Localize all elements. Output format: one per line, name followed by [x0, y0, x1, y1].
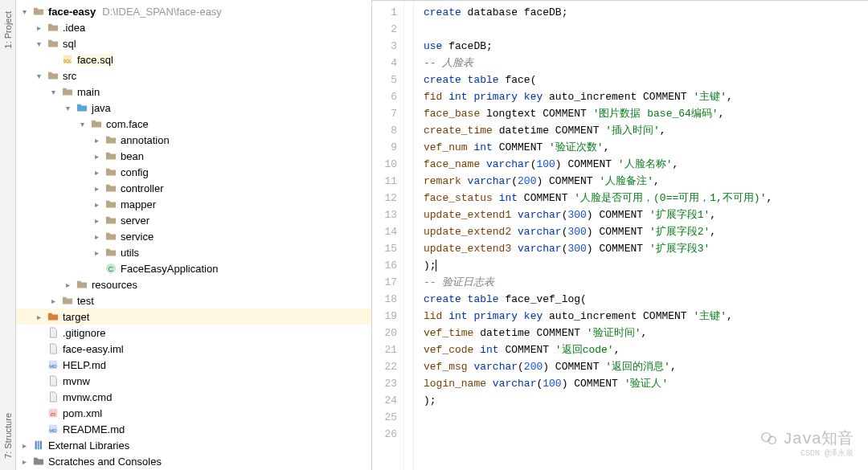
pkg-icon [104, 198, 117, 210]
tree-item[interactable]: ▸mapper [16, 196, 371, 212]
svg-rect-11 [38, 441, 39, 450]
tree-item[interactable]: ▸test [16, 292, 371, 309]
line-gutter: 1234567891011121314151617181920212223242… [372, 1, 404, 470]
code-editor[interactable]: 1234567891011121314151617181920212223242… [372, 1, 868, 470]
tree-item[interactable]: face-easy.iml [16, 341, 371, 357]
mvn-icon: m [47, 407, 59, 419]
md-icon: MD [47, 423, 59, 435]
tree-root[interactable]: ▾face-easyD:\IDEA_SPAN\face-easy [16, 3, 371, 19]
dir-icon [61, 85, 74, 98]
pkg-icon [104, 246, 117, 259]
pkg-icon [90, 117, 103, 130]
tree-item[interactable]: ▸Scratches and Consoles [16, 453, 371, 469]
svg-text:SQL: SQL [63, 59, 72, 63]
code-content[interactable]: create database faceDB; use faceDB;-- 人脸… [414, 1, 772, 470]
cls-icon: C [104, 262, 117, 275]
tool-window-bar: 1: Project 7: Structure [0, 0, 16, 470]
tree-item[interactable]: ▸controller [16, 180, 371, 196]
dir-dot-icon [47, 21, 59, 34]
fold-column[interactable] [404, 1, 414, 470]
project-tree-panel: ▾face-easyD:\IDEA_SPAN\face-easy▸.idea▾s… [16, 0, 372, 470]
pkg-icon [104, 214, 117, 227]
svg-text:MD: MD [49, 363, 57, 369]
pkg-icon [104, 166, 117, 178]
structure-tool-tab[interactable]: 7: Structure [2, 408, 14, 464]
pkg-icon [104, 230, 117, 243]
tree-item[interactable]: ▸External Libraries [16, 437, 371, 453]
tree-item[interactable]: ▸.idea [16, 19, 371, 35]
file-icon [47, 342, 59, 355]
tree-item[interactable]: MDHELP.md [16, 357, 371, 373]
tree-item[interactable]: ▸target [16, 309, 371, 325]
wechat-icon [760, 430, 778, 448]
dir-blue-icon [76, 101, 88, 114]
tree-item[interactable]: ▸service [16, 228, 371, 244]
tree-item[interactable]: mvnw [16, 373, 371, 389]
tree-item[interactable]: ▾com.face [16, 116, 371, 132]
dir-icon [47, 37, 59, 50]
svg-text:C: C [108, 265, 113, 273]
tree-item[interactable]: CFaceEasyApplication [16, 260, 371, 276]
tree-item[interactable]: MDREADME.md [16, 421, 371, 437]
tree-item[interactable]: ▾sql [16, 35, 371, 51]
editor-panel: 1234567891011121314151617181920212223242… [372, 0, 868, 470]
scr-icon [32, 455, 45, 468]
folder-icon [32, 5, 45, 18]
watermark-sub: CSDN @泽永泉 [800, 445, 854, 462]
svg-text:m: m [51, 411, 55, 417]
dir-icon [61, 294, 74, 307]
file-icon [47, 326, 59, 339]
res-icon [76, 278, 88, 291]
dir-orange-icon [47, 310, 59, 323]
tree-item[interactable]: mvnw.cmd [16, 389, 371, 405]
tree-item[interactable]: ▾java [16, 100, 371, 116]
file-icon [47, 390, 59, 403]
tree-item[interactable]: .gitignore [16, 325, 371, 341]
pkg-icon [104, 133, 117, 146]
tree-item[interactable]: ▸bean [16, 148, 371, 164]
ide-window: 1: Project 7: Structure ▾face-easyD:\IDE… [0, 0, 868, 470]
dir-icon [47, 69, 59, 82]
tree-item[interactable]: ▸annotation [16, 132, 371, 148]
sql-icon: SQL [61, 53, 74, 66]
tree-item[interactable]: ▸config [16, 164, 371, 180]
tree-item[interactable]: SQLface.sql [16, 51, 371, 67]
pkg-icon [104, 149, 117, 162]
svg-rect-10 [35, 441, 37, 450]
lib-icon [32, 439, 45, 452]
svg-text:MD: MD [49, 427, 57, 433]
file-icon [47, 374, 59, 387]
tree-item[interactable]: mpom.xml [16, 405, 371, 421]
svg-rect-12 [40, 441, 42, 450]
tree-item[interactable]: ▸utils [16, 244, 371, 260]
md-icon: MD [47, 358, 59, 371]
tree-item[interactable]: ▾main [16, 84, 371, 100]
tree-item[interactable]: ▾src [16, 67, 371, 84]
project-tool-tab[interactable]: 1: Project [2, 6, 14, 53]
project-tree[interactable]: ▾face-easyD:\IDEA_SPAN\face-easy▸.idea▾s… [16, 0, 371, 470]
tree-item[interactable]: ▸server [16, 212, 371, 228]
tree-item[interactable]: ▸resources [16, 276, 371, 292]
pkg-icon [104, 182, 117, 194]
